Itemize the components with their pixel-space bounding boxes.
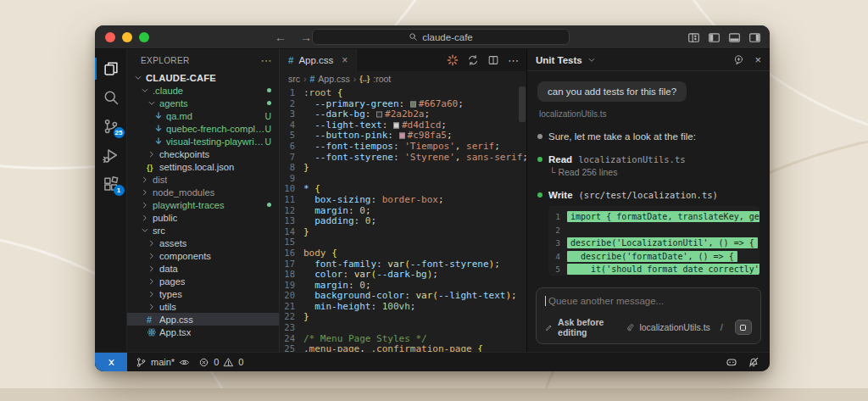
compare-changes-icon[interactable] [467, 54, 479, 66]
activity-item-run-debug[interactable] [95, 141, 127, 170]
attached-file-label[interactable]: localizationUtils.ts [539, 109, 760, 119]
chevron-down-icon[interactable] [587, 56, 596, 64]
search-icon [103, 89, 120, 106]
toggle-panel-icon[interactable] [728, 31, 741, 44]
editor-group: # App.css × ⋯ src # App.css [280, 49, 526, 352]
stop-button[interactable] [735, 320, 752, 335]
css-rule-symbol-icon: {..} [359, 75, 370, 83]
editor-scrollbar[interactable] [519, 86, 526, 122]
tree-item-label: dist [153, 175, 167, 185]
code-line: 24/* Menu Page Styles */ [280, 333, 526, 344]
diff-code-block[interactable]: 1import { formatDate, translateKey, getC… [548, 206, 760, 276]
tree-item-visual-testing-playwright-[interactable]: visual-testing-playwright...U [127, 135, 279, 148]
explorer-more-icon[interactable]: ⋯ [261, 54, 272, 67]
close-panel-icon[interactable]: × [754, 53, 761, 66]
chevron-right-icon [139, 214, 151, 222]
breadcrumb-symbol[interactable]: :root [373, 74, 391, 84]
branch-name: main* [151, 357, 175, 367]
maximize-window-button[interactable] [139, 32, 149, 42]
editor-more-icon[interactable]: ⋯ [508, 54, 520, 67]
chevron-down-icon [139, 226, 151, 235]
tree-item-data[interactable]: data [127, 262, 279, 275]
chevron-down-icon [139, 86, 151, 95]
tree-item-label: pages [159, 276, 185, 287]
tree-item-dist[interactable]: dist [127, 173, 279, 186]
forward-icon[interactable]: → [300, 31, 312, 44]
chevron-right-icon [139, 188, 151, 197]
chevron-right-icon [146, 290, 158, 298]
breadcrumb-src[interactable]: src [288, 74, 300, 84]
chevron-right-icon [146, 277, 158, 286]
diff-line: 2 [548, 224, 760, 237]
tab-close-icon[interactable]: × [342, 54, 348, 66]
activity-item-extensions[interactable]: 1 [95, 170, 127, 198]
split-editor-icon[interactable] [487, 54, 499, 66]
edit-mode-selector[interactable]: Ask before editing [558, 317, 621, 337]
chevron-right-icon [139, 201, 151, 209]
breadcrumb-separator [303, 74, 307, 84]
tree-item-components[interactable]: components [127, 249, 279, 262]
problems-status[interactable]: 0 0 [198, 357, 243, 368]
tree-item-label: visual-testing-playwright... [166, 136, 264, 147]
code-line: 4 --light-text: #d4d1cd; [280, 120, 526, 131]
chat-input-box[interactable]: Queue another message... Ask before edit… [536, 287, 761, 344]
claude-code-icon[interactable] [447, 54, 459, 66]
tree-item-utils[interactable]: utils [127, 300, 279, 313]
context-file-chip[interactable]: localizationUtils.ts [639, 322, 709, 332]
tree-item-types[interactable]: types [127, 287, 279, 300]
back-icon[interactable]: ← [275, 31, 287, 44]
color-swatch [376, 112, 382, 118]
tree-item-app-css[interactable]: #App.css [127, 313, 279, 326]
tree-item-src[interactable]: src [127, 224, 279, 237]
diff-line: 4 describe('formatDate', () => { [548, 250, 760, 264]
tree-item-checkpoints[interactable]: checkpoints [127, 148, 279, 160]
tree-item-node-modules[interactable]: node_modules [127, 186, 279, 198]
tree-item-settings-local-json[interactable]: {}settings.local.json [127, 160, 279, 173]
tree-item-label: CLAUDE-CAFE [146, 73, 216, 83]
tree-item-public[interactable]: public [127, 211, 279, 224]
branch-status[interactable]: main* [136, 357, 190, 368]
tree-item-quebec-french-complian-[interactable]: quebec-french-complian...U [127, 122, 279, 135]
slash-command-hint[interactable]: / [721, 322, 723, 332]
tab-app-css[interactable]: # App.css × [280, 49, 357, 71]
editor-actions: ⋯ [447, 49, 526, 71]
md-file-icon [153, 136, 164, 147]
minimize-window-button[interactable] [122, 32, 132, 42]
tree-item-app-tsx[interactable]: App.tsx [127, 326, 279, 338]
history-nav: ← → [275, 25, 312, 49]
tree-item-assets[interactable]: assets [127, 237, 279, 249]
tree-item-claude-cafe[interactable]: CLAUDE-CAFE [127, 71, 279, 84]
tree-item-playwright-traces[interactable]: playwright-traces [127, 198, 279, 211]
stop-icon [740, 325, 746, 331]
tree-item-label: data [159, 264, 178, 274]
tree-item-qa-md[interactable]: qa.mdU [127, 109, 279, 122]
json-file-icon: {} [146, 162, 158, 172]
breadcrumb-separator [353, 74, 357, 84]
customize-layout-icon[interactable] [687, 31, 700, 44]
code-line: 5 --button-pink: #c98fa5; [280, 130, 526, 141]
command-center-search[interactable]: claude-cafe [312, 29, 570, 45]
tree-item-label: components [159, 251, 211, 261]
code-line: 19 margin: 0; [280, 280, 526, 291]
toggle-secondary-sidebar-icon[interactable] [748, 31, 761, 44]
search-text: claude-cafe [422, 32, 472, 42]
color-swatch [399, 133, 405, 139]
feedback-icon[interactable] [733, 54, 744, 65]
remote-indicator[interactable] [95, 353, 127, 371]
git-modified-dot [267, 88, 271, 92]
code-editor[interactable]: 1:root {2 --primary-green: #667a60;3 --d… [280, 86, 526, 352]
close-window-button[interactable] [105, 32, 115, 42]
chat-input-placeholder[interactable]: Queue another message... [548, 296, 664, 306]
activity-item-source-control[interactable]: 25 [95, 112, 127, 141]
tree-item-pages[interactable]: pages [127, 275, 279, 287]
tree-item--claude[interactable]: .claude [127, 84, 279, 97]
chat-title[interactable]: Unit Tests [536, 55, 582, 65]
tree-item-agents[interactable]: agents [127, 97, 279, 109]
breadcrumb-file[interactable]: App.css [318, 74, 349, 84]
eye-icon[interactable] [179, 357, 190, 368]
toggle-primary-sidebar-icon[interactable] [708, 31, 721, 44]
bell-slash-icon[interactable] [748, 356, 760, 368]
copilot-icon[interactable] [726, 356, 737, 368]
activity-item-search[interactable] [95, 83, 127, 112]
activity-item-explorer[interactable] [95, 54, 127, 83]
